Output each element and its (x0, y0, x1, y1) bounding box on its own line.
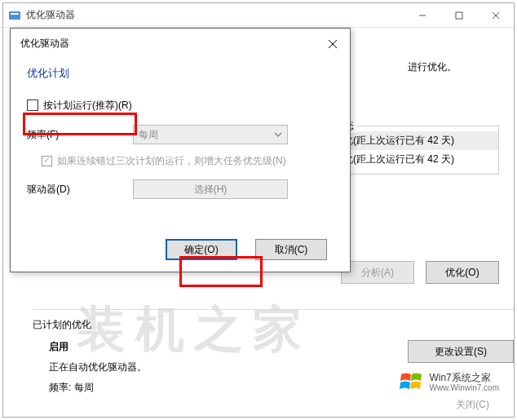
close-button[interactable] (477, 3, 514, 28)
schedule-title: 已计划的优化 (33, 318, 514, 332)
run-on-schedule-row[interactable]: 按计划运行(推荐)(R) (27, 95, 334, 115)
choose-drives-button[interactable]: 选择(H) (133, 179, 288, 199)
dialog-title: 优化驱动器 (20, 37, 69, 51)
schedule-section: 已计划的优化 启用 正在自动优化驱动器。 频率: 每周 更改设置(S) (33, 309, 514, 401)
dialog-heading: 优化计划 (27, 66, 334, 81)
info-text: 进行优化。 (408, 60, 457, 74)
schedule-freq: 频率: 每周 (49, 381, 147, 395)
analyze-button: 分析(A) (341, 261, 414, 284)
action-bar: 分析(A) 优化(O) (341, 261, 499, 284)
svg-rect-0 (9, 11, 20, 20)
minimize-button[interactable] (404, 3, 440, 28)
optimize-button[interactable]: 优化(O) (426, 261, 499, 284)
ok-button[interactable]: 确定(O) (166, 239, 237, 260)
run-on-schedule-checkbox[interactable] (27, 99, 38, 111)
change-settings-button[interactable]: 更改设置(S) (408, 340, 514, 363)
frequency-value: 每周 (139, 128, 158, 142)
chevron-down-icon (274, 130, 282, 139)
schedule-dialog: 优化驱动器 优化计划 按计划运行(推荐)(R) 频率(F) 每周 如果连续错过三… (10, 28, 351, 272)
titlebar: 优化驱动器 (3, 3, 514, 28)
status-row[interactable]: 化(距上次运行已有 42 天) (343, 131, 498, 150)
cancel-button[interactable]: 取消(C) (255, 239, 327, 260)
svg-rect-1 (11, 13, 19, 15)
boost-priority-label: 如果连续错过三次计划的运行，则增大任务优先级(N) (57, 154, 286, 168)
schedule-enabled: 启用 (49, 340, 147, 354)
schedule-desc: 正在自动优化驱动器。 (49, 360, 147, 374)
frequency-label: 频率(F) (27, 128, 133, 142)
run-on-schedule-label: 按计划运行(推荐)(R) (43, 99, 132, 113)
svg-rect-3 (456, 12, 462, 19)
maximize-button[interactable] (440, 3, 477, 28)
status-row[interactable]: 化(距上次运行已有 42 天) (343, 150, 498, 169)
dialog-close-button[interactable] (325, 37, 340, 51)
boost-priority-checkbox (42, 156, 52, 166)
close-icon (328, 39, 338, 49)
boost-priority-row: 如果连续错过三次计划的运行，则增大任务优先级(N) (42, 154, 334, 168)
status-group: 态 化(距上次运行已有 42 天) 化(距上次运行已有 42 天) (336, 126, 499, 175)
frequency-dropdown[interactable]: 每周 (133, 125, 288, 144)
drives-label: 驱动器(D) (27, 183, 133, 197)
app-icon (8, 9, 21, 22)
window-title: 优化驱动器 (26, 8, 75, 22)
